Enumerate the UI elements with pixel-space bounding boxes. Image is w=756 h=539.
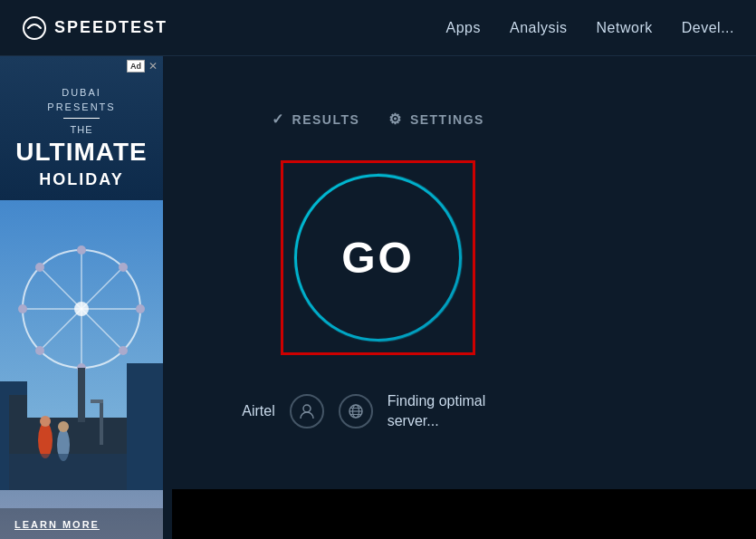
settings-icon: ⚙ [388, 111, 403, 128]
tabs-row: ✓ RESULTS ⚙ SETTINGS [272, 111, 484, 128]
tab-results[interactable]: ✓ RESULTS [272, 111, 359, 128]
globe-icon[interactable] [339, 394, 373, 428]
globe-svg-icon [347, 402, 365, 420]
logo[interactable]: SPEEDTEST [22, 15, 167, 41]
ad-cta-button[interactable]: LEARN MORE [14, 519, 100, 530]
nav-apps[interactable]: Apps [446, 20, 481, 36]
tab-results-label: RESULTS [292, 112, 360, 127]
svg-point-28 [303, 405, 311, 412]
go-button[interactable]: GO [294, 174, 462, 342]
go-label: GO [341, 233, 415, 283]
svg-rect-27 [0, 454, 163, 490]
main-content: ✓ RESULTS ⚙ SETTINGS GO Airtel [0, 56, 756, 432]
svg-point-0 [24, 17, 45, 39]
main-nav: Apps Analysis Network Devel... [446, 20, 734, 36]
provider-name: Airtel [242, 403, 274, 419]
tab-settings[interactable]: ⚙ SETTINGS [388, 111, 484, 128]
nav-develop[interactable]: Devel... [682, 20, 734, 36]
user-icon[interactable] [290, 394, 324, 428]
tab-settings-label: SETTINGS [410, 112, 484, 127]
header: SPEEDTEST Apps Analysis Network Devel... [0, 0, 756, 56]
results-icon: ✓ [272, 111, 285, 128]
bottom-info: Airtel Finding optimal server... [242, 391, 513, 432]
person-icon [298, 402, 316, 420]
speedtest-logo-icon [22, 15, 47, 41]
ad-bottom: LEARN MORE [0, 508, 163, 539]
go-button-container: GO [281, 160, 475, 355]
logo-text: SPEEDTEST [54, 18, 167, 37]
black-bar [172, 489, 756, 539]
nav-network[interactable]: Network [597, 20, 653, 36]
finding-server-text: Finding optimal server... [388, 391, 514, 432]
nav-analysis[interactable]: Analysis [510, 20, 568, 36]
